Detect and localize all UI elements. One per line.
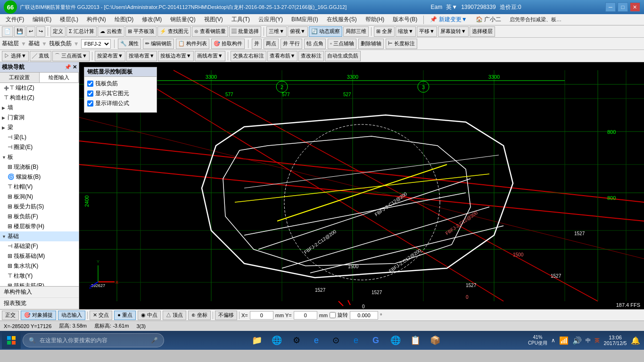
tree-item-foundation[interactable]: ▼ 基础 [0,231,79,241]
taskbar-app-package[interactable]: 📦 [426,332,445,349]
tree-item-beam[interactable]: ▶ 梁 [0,123,79,132]
menu-rebar-qty[interactable]: 钢筋量(Q) [166,15,199,25]
screen-rotate-button[interactable]: 屏幕旋转▼ [438,26,469,37]
menu-deduct[interactable]: 启凭带合扣减梁、板… [506,15,565,24]
ime-icon[interactable]: 英 [594,337,600,344]
edit-rebar-button[interactable]: ✏ 编辑钢筋 [143,39,174,49]
endpoint-button[interactable]: ● 重点 [114,311,136,320]
dynamic-view-button[interactable]: 🔄 动态观察 [309,26,342,37]
raft-neg-checkbox[interactable] [87,81,93,87]
volume-icon[interactable]: 🔊 [572,336,582,345]
maximize-button[interactable]: □ [618,2,628,12]
sidebar-pin[interactable]: 📌 ✕ [65,64,77,70]
lang-select[interactable]: 英▼ [446,3,457,11]
tree-item-beam-l[interactable]: ⊣ 梁(L) [0,132,79,142]
tree-item-ring-beam[interactable]: ⊣ 圈梁(E) [0,142,79,152]
x-input[interactable] [250,311,273,320]
taskbar-app-tools[interactable]: ⚙ [287,332,306,349]
line-button[interactable]: ╱ 直线 [30,51,51,61]
local-3d-button[interactable]: 局部三维 [343,26,369,37]
menu-modify[interactable]: 修改(M) [138,15,165,25]
menu-floor[interactable]: 楼层(L) [56,15,82,25]
new-button[interactable]: 📄 [2,26,13,37]
search-bar[interactable]: 🔍 在这里输入你要搜索的内容 🎤 [23,333,164,347]
menu-online[interactable]: 在线服务(S) [323,15,361,25]
vertex-button[interactable]: △ 顶点 [163,311,186,320]
tree-item-slab[interactable]: ▼ 板 [0,152,79,162]
draw-line-button[interactable]: 画线布置▼ [195,51,225,61]
zoom-button[interactable]: 缩放▼ [396,26,416,37]
lang-icon[interactable]: 中 [586,337,591,344]
cloud-check-button[interactable]: ☁ 云检查 [98,26,124,37]
tree-item-floor-band[interactable]: ⊞ 楼层板带(H) [0,222,79,231]
tree-item-slab-rebar[interactable]: ⊞ 板受力筋(S) [0,202,79,212]
by-wall-button[interactable]: 按墙布置▼ [126,51,157,61]
menu-cloud[interactable]: 云应用(Y) [255,15,287,25]
tree-item-col-cap[interactable]: ⊤ 柱帽(V) [0,182,79,192]
taskbar-app-doc[interactable]: 📋 [406,332,425,349]
save-button[interactable]: 💾 [14,26,25,37]
arc-button[interactable]: ⌒ 三点画弧▼ [52,51,90,61]
tree-item-spiral-slab[interactable]: 🌀 螺旋板(B) [0,172,79,182]
tree-item-sump[interactable]: ⊞ 集水坑(K) [0,261,79,271]
and-button[interactable]: 并 [252,39,262,49]
select-floor-button[interactable]: 选择楼层 [470,26,495,37]
up-arrow-icon[interactable]: ∧ [551,337,555,344]
menu-bim[interactable]: BIM应用(I) [288,15,322,25]
batch-select-button[interactable]: ▤ 批量选择 [229,26,261,37]
delete-axis-button[interactable]: 删除辅轴 [358,39,384,49]
dynamic-input-button[interactable]: 动态输入 [58,311,85,320]
menu-file[interactable]: 文件(F) [2,15,28,25]
rotate-checkbox[interactable] [330,312,336,318]
taskbar-app-explorer[interactable]: 📁 [248,332,266,349]
two-point-button[interactable]: 两点 [264,39,279,49]
tree-item-cast-slab[interactable]: ⊞ 现浇板(B) [0,162,79,172]
menu-view[interactable]: 视图(V) [200,15,227,25]
calc-button[interactable]: Σ 汇总计算 [66,26,97,37]
menu-component[interactable]: 构件(N) [83,15,110,25]
report-preview-button[interactable]: 报表预览 [0,298,79,309]
by-slab-edge-button[interactable]: 按板边布置▼ [158,51,194,61]
taskbar-app-browser1[interactable]: 🌐 [267,332,286,349]
tree-item-raft-main[interactable]: ⊞ 筏板主筋(R) [0,281,79,286]
intersection-button[interactable]: ✕ 交点 [90,311,112,320]
taskbar-app-browser2[interactable]: 🌐 [386,332,405,349]
length-mark-button[interactable]: ⊢ 长度标注 [386,39,417,49]
start-button[interactable] [2,332,21,349]
taskbar-app-edge[interactable]: e [347,332,365,349]
midpoint-button[interactable]: ◉ 中点 [138,311,161,320]
menu-draw[interactable]: 绘图(D) [111,15,138,25]
minimize-button[interactable]: ─ [605,2,616,12]
point-angle-button[interactable]: 牯 点角 [304,39,326,49]
y-input[interactable] [294,311,317,320]
rotate-input[interactable] [350,311,378,320]
no-move-button[interactable]: 不偏移 [215,311,237,320]
three-point-axis-button[interactable]: ◦ 三点辅轴 [328,39,356,49]
fullscreen-button[interactable]: ⊞ 全屏 [374,26,395,37]
menu-edit[interactable]: 编辑(E) [29,15,55,25]
view-button[interactable]: 俯视▼ [288,26,308,37]
coordinate-button[interactable]: ⊕ 坐标 [188,311,211,320]
check-mark-button[interactable]: 查改标注 [298,51,324,61]
pick-component-button[interactable]: 🎯 拾取构件 [211,39,245,49]
tree-item-slab-hole[interactable]: ⊞ 板洞(N) [0,192,79,202]
pan-button[interactable]: 平移▼ [417,26,437,37]
component-list-button[interactable]: 📋 构件列表 [176,39,209,49]
checkbox-show-formula[interactable]: 显示详细公式 [87,99,154,107]
close-button[interactable]: ✕ [630,2,640,12]
tab-draw-input[interactable]: 绘图输入 [40,73,79,82]
auto-gen-button[interactable]: 自动生成负筋 [325,51,361,61]
by-beam-button[interactable]: 按梁布置▼ [95,51,125,61]
select-button[interactable]: ▷ 选择▼ [2,51,29,61]
tree-item-neg-rebar[interactable]: ⊞ 板负筋(F) [0,212,79,222]
menu-gxe[interactable]: 🏠 广小二 [472,15,505,25]
tree-item-construct-col[interactable]: ⊤ 构造柱(Z) [0,93,79,103]
property-button[interactable]: 🔧 属性 [118,39,141,49]
level-plate-button[interactable]: ⊞ 平齐板顶 [125,26,157,37]
swap-lr-button[interactable]: 交换左右标注 [231,51,266,61]
tree-item-wall[interactable]: ▶ 墙 [0,103,79,113]
tab-project-settings[interactable]: 工程设置 [0,73,40,82]
menu-tools[interactable]: 工具(T) [228,15,254,25]
undo-button[interactable]: ↩ [26,26,35,37]
checkbox-raft-neg[interactable]: 筏板负筋 [87,80,154,88]
